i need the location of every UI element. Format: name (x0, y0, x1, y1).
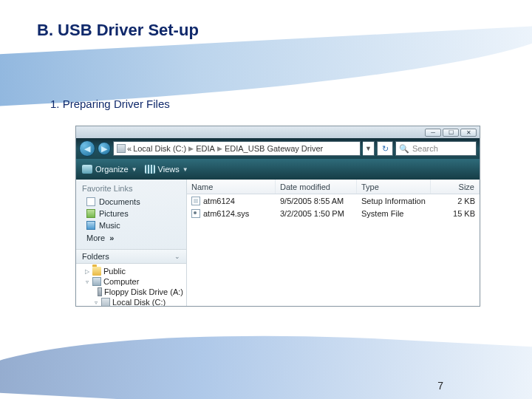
column-date[interactable]: Date modified (276, 180, 357, 194)
chevron-right-icon: ▶ (216, 145, 223, 152)
sidebar-item-label: Documents (99, 197, 140, 206)
chevron-down-icon: ▼ (132, 166, 137, 173)
file-date: 9/5/2005 8:55 AM (276, 197, 357, 205)
crumb-local-disk[interactable]: Local Disk (C:) (133, 144, 186, 153)
tree-item-computer[interactable]: ▿ Computer (78, 276, 185, 287)
slide-subheading: 1. Preparing Driver Files (50, 98, 170, 110)
folders-section-header[interactable]: Folders ⌄ (76, 249, 186, 264)
file-name: atm6124 (203, 197, 235, 205)
pictures-icon (86, 209, 95, 218)
slide-title: B. USB Driver Set-up (37, 21, 199, 40)
refresh-button[interactable]: ↻ (377, 141, 393, 156)
file-row[interactable]: atm6124.sys3/2/2005 1:50 PMSystem File15… (187, 207, 480, 219)
close-button[interactable]: ✕ (460, 129, 477, 137)
tree-item-cdrive[interactable]: ▿ Local Disk (C:) (78, 297, 185, 306)
minimize-button[interactable]: ─ (425, 129, 441, 137)
crumb-gateway[interactable]: EDIA_USB Gateway Driver (225, 144, 323, 153)
drive-icon (101, 298, 110, 306)
sidebar-item-label: Music (99, 221, 120, 230)
expander-icon[interactable]: ▿ (83, 279, 90, 285)
breadcrumb-dropdown[interactable]: ▼ (363, 141, 375, 156)
tree-item-label: Public (103, 267, 126, 276)
expander-icon[interactable]: ▷ (83, 268, 90, 275)
address-bar: ◀ ▶ « Local Disk (C:) ▶ EDIA ▶ EDIA_USB … (76, 138, 480, 159)
views-menu[interactable]: Views ▼ (145, 165, 188, 174)
computer-icon (92, 277, 101, 286)
file-size: 15 KB (431, 209, 480, 218)
file-size: 2 KB (431, 197, 480, 205)
organize-menu[interactable]: Organize ▼ (82, 165, 137, 174)
expander-icon[interactable]: ▿ (92, 299, 99, 306)
file-type: Setup Information (357, 197, 431, 205)
folder-tree: ▷ Public ▿ Computer Floppy Disk Drive (A… (76, 264, 186, 306)
chevron-down-icon: ▼ (183, 166, 188, 173)
file-date: 3/2/2005 1:50 PM (276, 209, 357, 218)
music-icon (86, 221, 95, 230)
tree-item-label: Computer (103, 277, 139, 286)
sidebar-item-music[interactable]: Music (76, 219, 186, 231)
folder-icon (92, 267, 101, 276)
search-input[interactable]: 🔍 Search (395, 141, 477, 156)
sidebar-item-label: More (86, 233, 105, 242)
file-name: atm6124.sys (203, 209, 249, 218)
column-name[interactable]: Name (187, 180, 276, 194)
file-icon (191, 197, 200, 205)
file-row[interactable]: atm61249/5/2005 8:55 AMSetup Information… (187, 194, 480, 207)
search-icon: 🔍 (399, 144, 409, 154)
organize-icon (82, 165, 92, 174)
folders-label: Folders (82, 252, 109, 261)
navigation-pane: Favorite Links Documents Pictures Music … (76, 180, 187, 306)
views-label: Views (158, 165, 180, 174)
slide-decoration-bottom (0, 317, 532, 399)
organize-label: Organize (95, 165, 129, 174)
crumb-prefix: « (127, 144, 132, 153)
chevron-down-icon: ⌄ (174, 253, 180, 260)
maximize-button[interactable]: ☐ (443, 129, 459, 137)
floppy-icon (98, 287, 102, 296)
favorites-header: Favorite Links (76, 180, 186, 196)
forward-button[interactable]: ▶ (98, 142, 111, 155)
search-placeholder: Search (412, 144, 438, 153)
column-size[interactable]: Size (431, 180, 480, 194)
file-icon (191, 209, 200, 218)
explorer-content: Favorite Links Documents Pictures Music … (76, 180, 480, 306)
refresh-icon: ↻ (382, 144, 389, 154)
sidebar-item-documents[interactable]: Documents (76, 196, 186, 208)
drive-icon (117, 144, 126, 153)
file-type: System File (357, 209, 431, 218)
crumb-edia[interactable]: EDIA (196, 144, 215, 153)
file-explorer-window: ─ ☐ ✕ ◀ ▶ « Local Disk (C:) ▶ EDIA ▶ EDI… (75, 126, 480, 307)
sidebar-item-pictures[interactable]: Pictures (76, 208, 186, 219)
sidebar-item-label: Pictures (99, 209, 129, 218)
file-list-pane: Name Date modified Type Size atm61249/5/… (187, 180, 480, 306)
column-headers: Name Date modified Type Size (187, 180, 480, 194)
window-titlebar: ─ ☐ ✕ (76, 126, 480, 138)
tree-item-floppy[interactable]: Floppy Disk Drive (A:) (78, 287, 185, 297)
page-number: 7 (437, 380, 443, 392)
back-button[interactable]: ◀ (79, 140, 95, 157)
views-icon (145, 165, 155, 174)
tree-item-public[interactable]: ▷ Public (78, 266, 185, 276)
tree-item-label: Floppy Disk Drive (A:) (104, 287, 183, 296)
documents-icon (86, 197, 95, 206)
toolbar: Organize ▼ Views ▼ (76, 159, 480, 180)
breadcrumb[interactable]: « Local Disk (C:) ▶ EDIA ▶ EDIA_USB Gate… (113, 141, 361, 156)
chevron-right-icon: ▶ (188, 145, 194, 152)
arrow-right-icon: ▶ (101, 144, 107, 154)
arrow-left-icon: ◀ (84, 144, 90, 154)
column-type[interactable]: Type (357, 180, 431, 194)
sidebar-item-more[interactable]: More » (76, 231, 186, 245)
tree-item-label: Local Disk (C:) (112, 298, 166, 306)
